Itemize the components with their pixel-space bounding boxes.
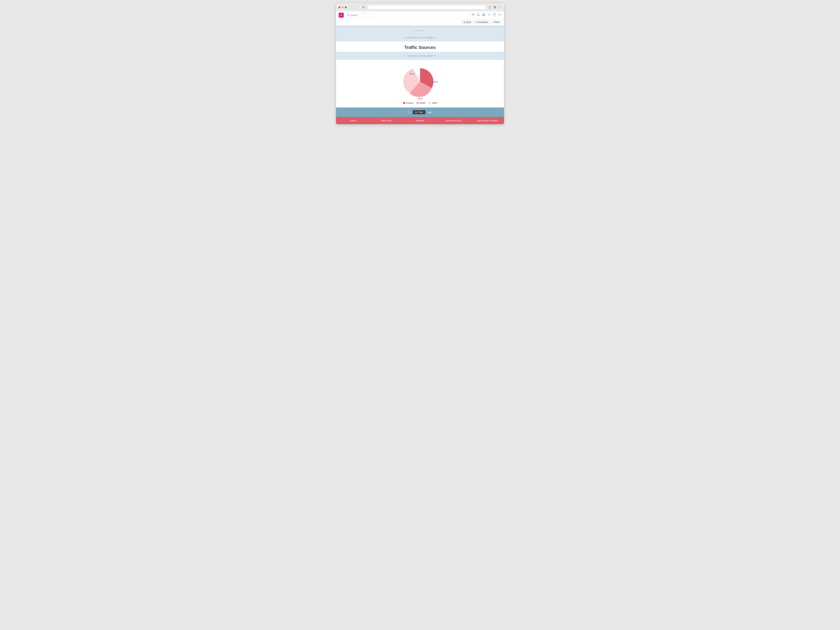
- drop-zone-1-text: Drop here to create widget: [407, 36, 433, 39]
- legend-mobile: Mobile: [417, 102, 425, 104]
- right-arrow-icon-3: ►: [433, 111, 435, 114]
- minimize-button[interactable]: [341, 6, 344, 8]
- bell-icon[interactable]: [477, 13, 480, 17]
- legend-tablet: Tablet: [429, 102, 437, 104]
- svg-rect-3: [364, 8, 365, 8]
- th-new-users: New Users: [369, 117, 403, 124]
- svg-point-11: [489, 14, 489, 15]
- th-avg-session: Avg Session Duration: [471, 117, 504, 124]
- sidebar-toggle-button[interactable]: [362, 5, 366, 9]
- label-tablet: 27.52: [409, 73, 414, 75]
- send-icon: ✉: [464, 21, 465, 23]
- table-header: Users New Users Sessions Bounce rate (%)…: [336, 117, 504, 124]
- address-bar[interactable]: [368, 5, 486, 9]
- drop-zone-2-text: Drop here to create widget: [407, 55, 433, 57]
- legend-label-desktop: Desktop: [406, 102, 413, 104]
- table-icon: ⊞: [415, 111, 417, 114]
- svg-rect-1: [364, 6, 365, 7]
- legend-dot-tablet: [429, 102, 431, 104]
- svg-rect-12: [494, 14, 495, 16]
- legend-dot-desktop: [403, 102, 405, 104]
- drop-zone-3[interactable]: ◄ D ⊞ Table iget ►: [336, 107, 504, 117]
- legend-dot-mobile: [417, 102, 418, 104]
- drop-zone-3-text: D: [408, 111, 410, 114]
- add-widget-button[interactable]: +: [339, 13, 344, 17]
- svg-point-7: [473, 14, 474, 14]
- toolbar-icons: [471, 13, 501, 17]
- share-button[interactable]: [488, 5, 492, 9]
- forward-button[interactable]: ›: [355, 5, 359, 9]
- browser-nav: ‹ ›: [349, 5, 359, 9]
- browser-window: ‹ › +: [336, 3, 504, 124]
- drop-zone-2[interactable]: ◄ Drop here to create widget ►: [336, 52, 504, 60]
- section-title: Traffic Sources: [336, 45, 504, 50]
- legend-label-mobile: Mobile: [420, 102, 425, 104]
- th-bounce-rate: Bounce rate (%): [437, 117, 471, 124]
- maximize-button[interactable]: [345, 6, 347, 8]
- search-input[interactable]: [351, 14, 374, 16]
- duplicate-icon: [494, 6, 496, 9]
- left-arrow-icon-1: ◄: [404, 36, 406, 39]
- action-bar: ✉ Send ⬇ Download • More: [336, 19, 504, 25]
- toolbar-left: + 🔍: [339, 13, 376, 17]
- settings-icon[interactable]: [488, 13, 491, 17]
- page-break-label: page break: [415, 29, 425, 32]
- sidebar-icon: [363, 6, 365, 8]
- more-icon: •: [493, 21, 494, 23]
- download-icon: ⬇: [476, 21, 478, 23]
- logout-icon[interactable]: [498, 13, 501, 17]
- search-icon: 🔍: [347, 14, 350, 16]
- duplicate-button[interactable]: [493, 5, 497, 9]
- app-toolbar: + 🔍: [336, 11, 504, 19]
- more-button[interactable]: • More: [491, 20, 501, 24]
- left-arrow-icon-2: ◄: [404, 54, 406, 57]
- chart-area: 27.52 30.04 29.84 Desktop Mobile Tablet: [336, 60, 504, 107]
- chart-legend: Desktop Mobile Tablet: [403, 102, 437, 104]
- back-button[interactable]: ‹: [349, 5, 354, 9]
- main-content: page break ◄ Drop here to create widget …: [336, 25, 504, 124]
- drop-zone-3-text-right: iget: [428, 111, 432, 114]
- download-button[interactable]: ⬇ Download: [474, 20, 490, 24]
- traffic-lights: [338, 6, 347, 8]
- right-arrow-icon-2: ►: [434, 54, 437, 57]
- clipboard-icon[interactable]: [493, 13, 496, 17]
- right-arrow-icon-1: ►: [434, 36, 437, 39]
- browser-actions: +: [488, 5, 502, 9]
- svg-point-6: [472, 14, 473, 15]
- legend-desktop: Desktop: [403, 102, 413, 104]
- page-break-area: page break: [336, 27, 504, 33]
- users-icon[interactable]: [471, 13, 474, 17]
- legend-label-tablet: Tablet: [432, 102, 437, 104]
- page-break-strip-top: [336, 25, 504, 27]
- th-users: Users: [336, 117, 369, 124]
- pie-chart: 27.52 30.04 29.84: [396, 63, 444, 100]
- section-title-area: Traffic Sources: [336, 41, 504, 52]
- drop-zone-1[interactable]: ◄ Drop here to create widget ►: [336, 33, 504, 41]
- label-mobile: 29.84: [418, 98, 422, 99]
- send-button[interactable]: ✉ Send: [461, 20, 473, 24]
- browser-titlebar: ‹ › +: [336, 3, 504, 11]
- th-sessions: Sessions: [403, 117, 437, 124]
- label-desktop: 30.04: [433, 81, 438, 83]
- share-icon: [488, 6, 491, 9]
- svg-rect-0: [363, 6, 363, 8]
- close-button[interactable]: [338, 6, 341, 8]
- add-tab-button[interactable]: +: [498, 5, 502, 9]
- pie-chart-svg: 27.52 30.04 29.84: [396, 63, 444, 100]
- table-badge: ⊞ Table: [413, 110, 425, 114]
- globe-icon[interactable]: [482, 13, 485, 17]
- search-box: 🔍: [346, 13, 376, 17]
- table-label: Table: [418, 111, 423, 114]
- left-arrow-icon-3: ◄: [405, 111, 407, 114]
